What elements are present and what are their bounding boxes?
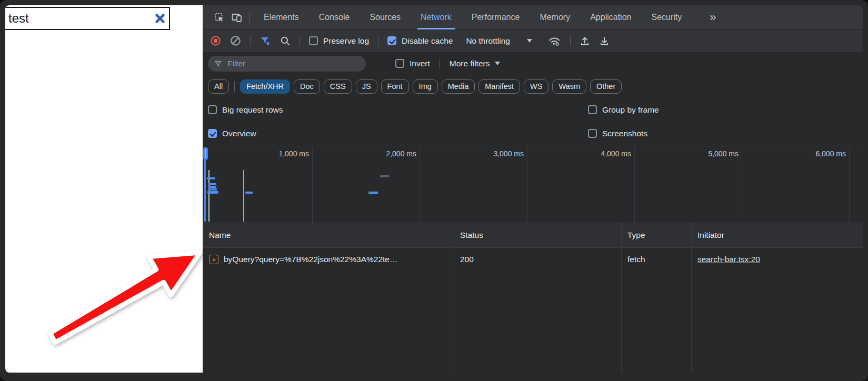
timeline-gridline xyxy=(527,146,527,223)
disable-cache-label: Disable cache xyxy=(402,36,453,46)
tabbar-divider xyxy=(249,12,250,23)
column-header-initiator[interactable]: Initiator xyxy=(697,223,724,247)
tab-security[interactable]: Security xyxy=(641,5,692,29)
chip-divider xyxy=(234,81,235,92)
disable-cache-checkbox[interactable]: Disable cache xyxy=(387,36,453,46)
tab-sources[interactable]: Sources xyxy=(360,5,411,29)
filter-toggle-button[interactable] xyxy=(260,35,271,47)
download-icon xyxy=(599,35,610,46)
more-filters-dropdown[interactable]: More filters xyxy=(450,59,501,68)
request-bar xyxy=(368,192,378,194)
clear-network-log-button[interactable] xyxy=(230,35,241,46)
network-conditions-wifi-icon xyxy=(547,35,561,47)
load-event-line xyxy=(243,170,244,222)
request-bar xyxy=(208,188,217,190)
chip-doc[interactable]: Doc xyxy=(294,79,320,94)
toolbar-divider xyxy=(378,36,378,46)
chip-other[interactable]: Other xyxy=(590,79,622,94)
inspect-element-button[interactable] xyxy=(210,9,228,25)
request-initiator-link[interactable]: search-bar.tsx:20 xyxy=(697,255,760,264)
options-row-2: Overview Screenshots xyxy=(203,122,863,145)
more-tabs-chevron[interactable]: » xyxy=(710,12,716,23)
device-toolbar-icon xyxy=(231,12,243,23)
group-by-frame-checkbox[interactable]: Group by frame xyxy=(588,98,659,121)
overview-checkbox[interactable]: Overview xyxy=(208,122,256,145)
request-bar xyxy=(208,186,216,188)
timeline-gridline xyxy=(312,146,313,223)
throttling-select[interactable]: No throttling xyxy=(466,36,532,46)
chip-media[interactable]: Media xyxy=(442,79,475,94)
big-request-rows-checkbox[interactable]: Big request rows xyxy=(208,98,283,121)
chip-ws[interactable]: WS xyxy=(524,79,548,94)
checkbox-checked xyxy=(387,36,396,45)
device-toolbar-button[interactable] xyxy=(228,9,246,25)
chip-js[interactable]: JS xyxy=(356,79,377,94)
filter-input[interactable] xyxy=(226,58,360,68)
clear-search-button[interactable] xyxy=(151,13,169,24)
chip-all[interactable]: All xyxy=(208,79,229,94)
timeline-tick-label: 4,000 ms xyxy=(601,149,631,158)
screenshots-checkbox[interactable]: Screenshots xyxy=(588,122,647,145)
column-separator xyxy=(454,223,454,373)
upload-icon xyxy=(580,35,590,46)
chip-manifest[interactable]: Manifest xyxy=(478,79,520,94)
more-filters-label: More filters xyxy=(450,59,490,68)
chevron-down-icon xyxy=(495,62,500,65)
inspect-cursor-icon xyxy=(214,12,225,23)
chip-fetch-xhr[interactable]: Fetch/XHR xyxy=(240,79,290,94)
tab-performance[interactable]: Performance xyxy=(462,5,530,29)
screenshot-stage: Elements Console Sources Network Perform… xyxy=(0,0,868,381)
timeline-tick-label: 6,000 ms xyxy=(815,149,846,158)
request-table-row[interactable]: ‹› byQuery?query=%7B%22json%22%3A%22te… … xyxy=(203,248,863,271)
chip-img[interactable]: Img xyxy=(413,79,438,94)
tab-memory[interactable]: Memory xyxy=(530,5,580,29)
clear-x-icon xyxy=(154,13,166,24)
network-overview-timeline[interactable]: 1,000 ms 2,000 ms 3,000 ms 4,000 ms 5,00… xyxy=(203,146,863,223)
column-separator xyxy=(691,223,692,373)
filter-row-divider xyxy=(440,58,440,69)
filter-funnel-icon xyxy=(260,35,271,47)
timeline-tick-label: 3,000 ms xyxy=(493,149,524,158)
request-bar-gray xyxy=(380,175,389,177)
invert-checkbox[interactable]: Invert xyxy=(395,59,430,68)
column-header-type[interactable]: Type xyxy=(627,223,645,247)
network-toolbar: Preserve log Disable cache No throttling xyxy=(203,30,863,52)
import-har-button[interactable] xyxy=(580,35,590,46)
filter-input-pill[interactable] xyxy=(208,56,366,72)
request-type-chips: All Fetch/XHR Doc CSS JS Font Img Media … xyxy=(203,75,863,98)
export-har-button[interactable] xyxy=(599,35,610,46)
timeline-gridline xyxy=(849,146,850,223)
preserve-log-label: Preserve log xyxy=(323,36,369,46)
column-header-name[interactable]: Name xyxy=(209,223,231,247)
checkbox-unchecked xyxy=(588,129,597,138)
record-network-log-button[interactable] xyxy=(210,35,221,46)
group-by-frame-label: Group by frame xyxy=(602,105,659,115)
window-content: Elements Console Sources Network Perform… xyxy=(5,5,863,373)
checkbox-unchecked xyxy=(208,105,217,114)
timeline-gridline xyxy=(634,146,635,223)
tab-network[interactable]: Network xyxy=(411,5,462,29)
chevron-down-icon xyxy=(527,39,532,43)
timeline-gridline xyxy=(742,146,742,223)
page-search-box xyxy=(5,7,170,30)
throttling-value: No throttling xyxy=(466,36,510,46)
chip-wasm[interactable]: Wasm xyxy=(552,79,586,94)
fetch-request-icon: ‹› xyxy=(209,255,218,264)
column-header-status[interactable]: Status xyxy=(460,223,483,247)
search-button[interactable] xyxy=(280,36,291,46)
options-row-1: Big request rows Group by frame xyxy=(203,98,863,121)
tab-console[interactable]: Console xyxy=(309,5,360,29)
requests-table-header: Name Status Type Initiator xyxy=(203,223,863,248)
checkbox-checked xyxy=(208,129,217,138)
column-separator xyxy=(621,223,622,373)
checkbox-unchecked xyxy=(395,59,404,68)
network-conditions-button[interactable] xyxy=(547,35,561,47)
tab-elements[interactable]: Elements xyxy=(254,5,309,29)
request-bar xyxy=(208,183,216,185)
chip-font[interactable]: Font xyxy=(381,79,409,94)
chip-css[interactable]: CSS xyxy=(324,79,352,94)
tab-application[interactable]: Application xyxy=(580,5,641,29)
preserve-log-checkbox[interactable]: Preserve log xyxy=(309,36,369,46)
search-input[interactable] xyxy=(5,11,151,26)
timeline-window-handle[interactable] xyxy=(203,147,208,160)
